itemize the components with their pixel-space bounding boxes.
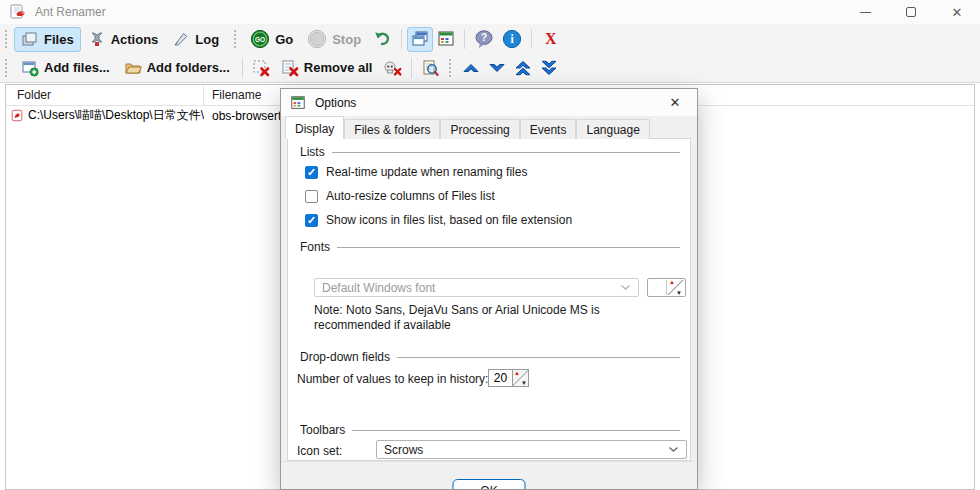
- font-select[interactable]: Default Windows font: [314, 278, 639, 297]
- minimize-button[interactable]: [842, 0, 888, 24]
- toolbars-group-label: Toolbars: [300, 423, 345, 437]
- actions-tab-label: Actions: [111, 32, 159, 47]
- add-files-button[interactable]: Add files...: [14, 55, 117, 80]
- log-icon: [172, 30, 190, 48]
- move-bottom-button[interactable]: [536, 55, 562, 80]
- checkbox-auto-resize[interactable]: Auto-resize columns of Files list: [305, 189, 495, 203]
- lists-group-header: Lists: [300, 145, 680, 159]
- checkbox-label: Show icons in files list, based on file …: [326, 213, 572, 227]
- tab-processing[interactable]: Processing: [440, 119, 519, 139]
- group-divider: [332, 152, 680, 153]
- toolbar-separator: [411, 58, 412, 78]
- remove-dead-button[interactable]: [379, 55, 406, 80]
- exit-icon: X: [541, 31, 561, 47]
- window-controls: ✕: [842, 0, 980, 24]
- column-header-folder[interactable]: Folder: [6, 85, 204, 105]
- tab-display[interactable]: Display: [285, 116, 344, 139]
- group-divider: [352, 430, 680, 431]
- info-button[interactable]: i: [498, 27, 526, 52]
- history-label: Number of values to keep in history:: [297, 372, 488, 386]
- options-button[interactable]: [433, 27, 459, 52]
- maximize-icon: [906, 7, 916, 17]
- close-button[interactable]: ✕: [934, 0, 980, 24]
- preview-button[interactable]: [417, 55, 443, 80]
- chevron-down-icon: [668, 446, 679, 453]
- remove-all-button[interactable]: Remove all: [274, 55, 380, 80]
- move-bottom-icon: [540, 59, 558, 77]
- history-spinner[interactable]: [513, 369, 529, 387]
- go-icon: GO: [250, 29, 270, 49]
- fonts-group-label: Fonts: [300, 240, 330, 254]
- files-icon: [21, 30, 39, 48]
- add-files-label: Add files...: [44, 60, 110, 75]
- actions-tab-button[interactable]: Actions: [81, 27, 166, 52]
- checkbox-icon: [305, 190, 318, 203]
- help-button[interactable]: ?: [470, 27, 498, 52]
- tab-events[interactable]: Events: [520, 119, 577, 139]
- group-divider: [397, 357, 680, 358]
- dialog-close-button[interactable]: ✕: [653, 89, 697, 116]
- add-folders-button[interactable]: Add folders...: [117, 55, 237, 80]
- svg-text:GO: GO: [255, 36, 265, 43]
- options-dialog-icon: [290, 95, 306, 111]
- toggle-log-window-button[interactable]: [407, 27, 433, 52]
- titlebar: Ant Renamer ✕: [0, 0, 980, 24]
- options-icon: [437, 30, 455, 48]
- file-type-icon: [11, 108, 23, 123]
- files-toolbar: Add files... Add folders...: [0, 53, 980, 82]
- group-divider: [337, 247, 680, 248]
- spinner-icon[interactable]: [666, 280, 684, 295]
- actions-icon: [88, 30, 106, 48]
- move-up-icon: [462, 59, 480, 77]
- go-label: Go: [275, 32, 293, 47]
- dialog-tabstrip: Display Files & folders Processing Event…: [285, 116, 650, 139]
- lists-group-label: Lists: [300, 145, 325, 159]
- undo-icon: [372, 29, 392, 49]
- tab-files-folders[interactable]: Files & folders: [344, 119, 440, 139]
- checkbox-label: Auto-resize columns of Files list: [326, 189, 495, 203]
- checkbox-realtime-update[interactable]: Real-time update when renaming files: [305, 165, 527, 179]
- windows-icon: [411, 30, 429, 48]
- toolbar-area: Files Actions Log: [0, 24, 980, 83]
- move-top-button[interactable]: [510, 55, 536, 80]
- checkbox-show-icons[interactable]: Show icons in files list, based on file …: [305, 213, 572, 227]
- skull-remove-icon: [383, 59, 402, 77]
- dialog-title: Options: [315, 96, 356, 110]
- stop-button: Stop: [300, 27, 368, 52]
- remove-selected-button[interactable]: [248, 55, 274, 80]
- minimize-icon: [860, 12, 871, 13]
- move-up-button[interactable]: [458, 55, 484, 80]
- files-tab-button[interactable]: Files: [14, 27, 81, 52]
- add-folders-icon: [124, 59, 142, 77]
- fonts-group-header: Fonts: [300, 240, 680, 254]
- font-size-spinner[interactable]: [647, 278, 686, 297]
- move-down-icon: [488, 59, 506, 77]
- files-tab-label: Files: [44, 32, 74, 47]
- go-button[interactable]: GO Go: [243, 27, 300, 52]
- move-down-button[interactable]: [484, 55, 510, 80]
- maximize-button[interactable]: [888, 0, 934, 24]
- log-tab-button[interactable]: Log: [165, 27, 226, 52]
- remove-selected-icon: [252, 59, 270, 77]
- app-icon: [10, 4, 26, 20]
- dropdown-fields-group-label: Drop-down fields: [300, 350, 390, 364]
- checkbox-icon: [305, 166, 318, 179]
- undo-button[interactable]: [368, 27, 396, 52]
- checkbox-label: Real-time update when renaming files: [326, 165, 527, 179]
- icon-set-value: Scrows: [384, 443, 668, 457]
- history-value-input[interactable]: 20: [488, 369, 513, 387]
- checkbox-icon: [305, 214, 318, 227]
- svg-text:?: ?: [481, 32, 487, 43]
- remove-all-icon: [281, 59, 299, 77]
- main-toolbar: Files Actions Log: [0, 24, 980, 53]
- dialog-close-icon: ✕: [670, 95, 681, 110]
- toolbar-separator: [464, 29, 465, 49]
- icon-set-select[interactable]: Scrows: [376, 440, 687, 459]
- exit-button[interactable]: X: [537, 27, 565, 52]
- dropdown-fields-group-header: Drop-down fields: [300, 350, 680, 364]
- icon-set-label: Icon set:: [297, 444, 342, 458]
- tab-language[interactable]: Language: [576, 119, 649, 139]
- add-files-icon: [21, 59, 39, 77]
- toolbar-separator: [242, 58, 243, 78]
- ok-button[interactable]: OK: [453, 479, 526, 490]
